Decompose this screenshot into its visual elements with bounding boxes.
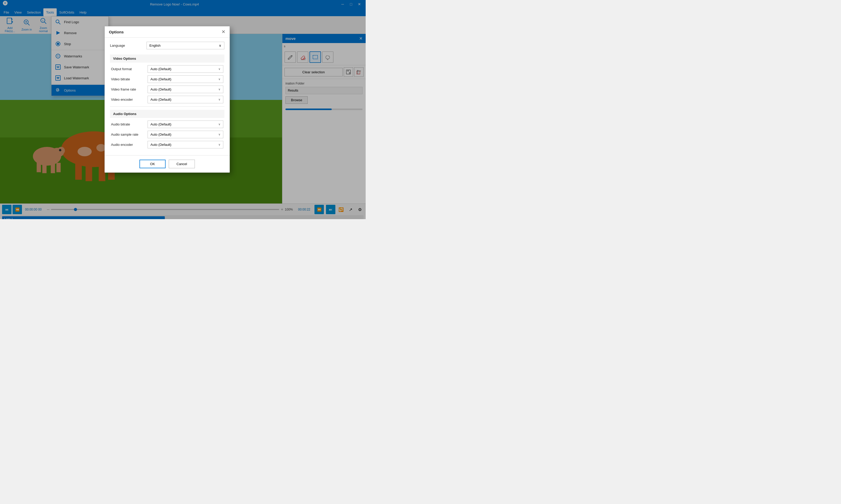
language-row: Language English ∨ [110, 42, 224, 49]
video-framerate-label: Video frame rate [111, 87, 148, 91]
audio-samplerate-select[interactable]: Auto (Default) ∨ [148, 131, 223, 138]
dialog-header: Options ✕ [105, 26, 229, 38]
dialog-body: Language English ∨ Video Options Output … [105, 38, 229, 155]
dialog-close-button[interactable]: ✕ [222, 29, 225, 35]
audio-encoder-value: Auto (Default) [151, 143, 171, 147]
output-format-select[interactable]: Auto (Default) ∨ [148, 65, 223, 73]
video-encoder-row: Video encoder Auto (Default) ∨ [110, 96, 224, 103]
audio-encoder-row: Audio encoder Auto (Default) ∨ [110, 141, 224, 148]
dialog-overlay: Options ✕ Language English ∨ Video Optio… [0, 0, 366, 219]
video-encoder-arrow: ∨ [218, 98, 220, 101]
audio-encoder-arrow: ∨ [218, 143, 220, 146]
cancel-button[interactable]: Cancel [169, 160, 195, 168]
language-label: Language [110, 43, 147, 48]
ok-button[interactable]: OK [139, 160, 166, 168]
output-format-value: Auto (Default) [151, 67, 171, 71]
video-bitrate-value: Auto (Default) [151, 77, 171, 81]
language-value: English [149, 43, 161, 48]
audio-encoder-select[interactable]: Auto (Default) ∨ [148, 141, 223, 148]
audio-encoder-label: Audio encoder [111, 143, 148, 147]
language-select[interactable]: English ∨ [147, 42, 224, 49]
video-framerate-row: Video frame rate Auto (Default) ∨ [110, 86, 224, 93]
audio-bitrate-arrow: ∨ [218, 123, 220, 126]
audio-samplerate-value: Auto (Default) [151, 132, 171, 137]
audio-options-header: Audio Options [110, 110, 224, 118]
audio-samplerate-label: Audio sample rate [111, 132, 148, 137]
video-bitrate-select[interactable]: Auto (Default) ∨ [148, 75, 223, 83]
video-framerate-value: Auto (Default) [151, 87, 171, 91]
video-bitrate-label: Video bitrate [111, 77, 148, 81]
audio-bitrate-row: Audio bitrate Auto (Default) ∨ [110, 121, 224, 128]
video-bitrate-arrow: ∨ [218, 77, 220, 81]
audio-bitrate-value: Auto (Default) [151, 122, 171, 126]
output-format-arrow: ∨ [218, 67, 220, 71]
audio-bitrate-select[interactable]: Auto (Default) ∨ [148, 121, 223, 128]
video-framerate-select[interactable]: Auto (Default) ∨ [148, 86, 223, 93]
video-encoder-label: Video encoder [111, 97, 148, 102]
options-dialog: Options ✕ Language English ∨ Video Optio… [104, 26, 230, 173]
video-framerate-arrow: ∨ [218, 88, 220, 91]
video-encoder-value: Auto (Default) [151, 97, 171, 102]
output-format-label: Output format [111, 67, 148, 71]
audio-samplerate-arrow: ∨ [218, 133, 220, 136]
dialog-title: Options [109, 30, 124, 34]
audio-samplerate-row: Audio sample rate Auto (Default) ∨ [110, 131, 224, 138]
audio-bitrate-label: Audio bitrate [111, 122, 148, 126]
video-encoder-select[interactable]: Auto (Default) ∨ [148, 96, 223, 103]
language-arrow-icon: ∨ [219, 43, 222, 48]
dialog-footer: OK Cancel [105, 155, 229, 173]
video-bitrate-row: Video bitrate Auto (Default) ∨ [110, 75, 224, 83]
section-divider [110, 106, 224, 107]
video-options-header: Video Options [110, 55, 224, 62]
output-format-row: Output format Auto (Default) ∨ [110, 65, 224, 73]
